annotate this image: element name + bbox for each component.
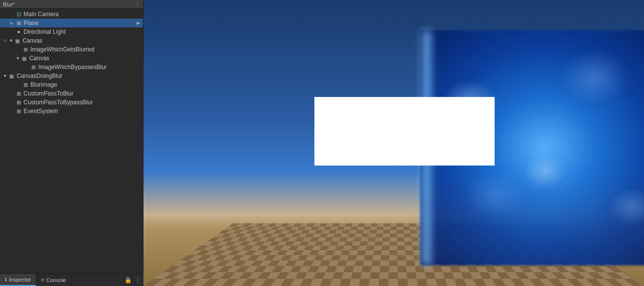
eye-icon-canvas[interactable]: 👁: [3, 38, 8, 44]
canvas-icon-2: [21, 55, 28, 62]
tree-label-main-camera: Main Camera: [24, 11, 59, 18]
gameobj-icon-imagewbb: [30, 64, 37, 71]
tree-label-canvas2: Canvas: [29, 55, 49, 62]
gameobj-icon-custompasstoblur: [15, 90, 22, 97]
tree-item-canvasdoingblur[interactable]: ▼ CanvasDoingBlur: [0, 72, 143, 80]
canvas-icon-1: [14, 37, 21, 44]
arrow-main-camera: [9, 12, 15, 17]
expand-canvas[interactable]: ▼: [9, 38, 13, 43]
console-tab-label: Console: [46, 277, 66, 283]
tree-item-blurimage[interactable]: BlurImage: [0, 80, 143, 89]
white-ui-overlay: [314, 97, 495, 166]
tree-item-main-camera[interactable]: Main Camera: [0, 10, 143, 19]
arrow-eventsystem: [9, 109, 15, 114]
arrow-custompasstoblur: [9, 91, 15, 96]
arrow-imagewbb: [24, 65, 29, 70]
hierarchy-header: Blur* ⋮: [0, 0, 143, 9]
tree-label-imagewgb: ImageWhichGetsBlurred: [30, 46, 95, 53]
tree-label-custompasstoblur: CustomPassToBlur: [24, 90, 73, 97]
arrow-imagewgb: [16, 47, 22, 52]
hierarchy-tree: Main Camera ▶ Plane ▶ Directional Light …: [0, 9, 143, 286]
arrow-blurimage: [16, 82, 22, 87]
gameobj-icon-eventsystem: [15, 108, 22, 115]
console-icon: ≡: [41, 277, 44, 283]
tree-item-imagewbb[interactable]: ImageWhichBypassesBlur: [0, 63, 143, 72]
hierarchy-title: Blur*: [3, 1, 15, 7]
hierarchy-menu-button[interactable]: ⋮: [135, 1, 140, 7]
canvas-icon-3: [8, 72, 15, 79]
tree-label-canvas: Canvas: [23, 37, 43, 44]
tree-item-custompasstoblur[interactable]: CustomPassToBlur: [0, 89, 143, 98]
left-panel: Blur* ⋮ Main Camera ▶ Plane ▶ Directiona…: [0, 0, 143, 286]
plane-arrow-right: ▶: [137, 21, 143, 25]
arrow-custompasstobypassblur: [9, 100, 15, 105]
tree-label-blurimage: BlurImage: [30, 81, 57, 88]
inspector-tab-label: Inspector: [9, 277, 31, 283]
tree-item-eventsystem[interactable]: EventSystem: [0, 107, 143, 116]
light-icon: [15, 28, 22, 35]
arrow-plane: ▶: [9, 21, 15, 25]
lock-button[interactable]: 🔒: [124, 277, 132, 284]
gameobj-icon-blurimage: [22, 81, 29, 88]
tree-label-plane: Plane: [24, 20, 39, 26]
inspector-tab[interactable]: ℹ Inspector: [0, 274, 36, 286]
gameobj-icon-custompasstobypassblur: [15, 99, 22, 106]
tree-label-eventsystem: EventSystem: [24, 108, 58, 115]
tree-label-custompasstobypassblur: CustomPassToBypassBlur: [24, 99, 93, 106]
gameobj-icon-plane: [15, 20, 22, 26]
expand-canvasdoingblur[interactable]: ▼: [3, 73, 7, 78]
inspector-icon: ℹ: [5, 277, 7, 282]
tree-label-imagewbb: ImageWhichBypassesBlur: [38, 64, 107, 71]
console-tab[interactable]: ≡ Console: [36, 274, 71, 286]
tree-item-directional-light[interactable]: Directional Light: [0, 27, 143, 36]
more-options-button[interactable]: ⋮: [135, 277, 141, 284]
viewport: [143, 0, 644, 286]
tree-label-canvasdoingblur: CanvasDoingBlur: [17, 72, 62, 79]
expand-canvas2[interactable]: ▼: [16, 56, 20, 61]
gameobj-icon-imagewgb: [22, 46, 29, 53]
tab-actions: 🔒 ⋮: [124, 277, 143, 284]
tree-item-canvas[interactable]: 👁 ▼ Canvas: [0, 36, 143, 45]
tree-label-directional-light: Directional Light: [24, 28, 66, 35]
arrow-dir-light: [9, 29, 15, 34]
tree-item-imagewgb[interactable]: ImageWhichGetsBlurred: [0, 45, 143, 54]
tree-item-canvas2[interactable]: ▼ Canvas: [0, 54, 143, 63]
bottom-tabs: ℹ Inspector ≡ Console 🔒 ⋮: [0, 273, 143, 286]
tree-item-custompasstobypassblur[interactable]: CustomPassToBypassBlur: [0, 98, 143, 107]
camera-icon: [15, 11, 22, 18]
tree-item-plane[interactable]: ▶ Plane ▶: [0, 19, 143, 27]
